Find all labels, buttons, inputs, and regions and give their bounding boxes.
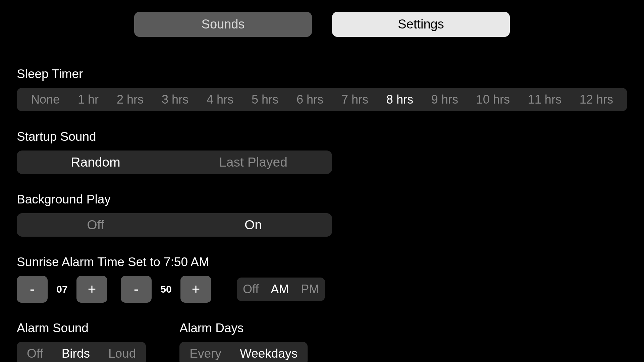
background-play-option[interactable]: On — [174, 213, 332, 237]
alarm-days-option[interactable]: Weekdays — [240, 347, 298, 361]
minute-stepper: - 50 + — [121, 276, 211, 303]
alarm-days-label: Alarm Days — [179, 321, 308, 335]
background-play-option[interactable]: Off — [17, 213, 174, 237]
minute-plus-button[interactable]: + — [180, 276, 211, 303]
alarm-sound-option[interactable]: Loud — [108, 347, 136, 361]
sleep-timer-option[interactable]: 6 hrs — [293, 93, 327, 107]
alarm-sound-option[interactable]: Off — [27, 347, 43, 361]
minute-minus-button[interactable]: - — [121, 276, 152, 303]
top-tabs: Sounds Settings — [17, 12, 627, 37]
tab-sounds[interactable]: Sounds — [134, 12, 312, 37]
sleep-timer-option[interactable]: 9 hrs — [428, 93, 462, 107]
period-option[interactable]: Off — [243, 282, 259, 296]
alarm-days-segment: EveryWeekdays — [179, 342, 308, 362]
sleep-timer-segment: None1 hr2 hrs3 hrs4 hrs5 hrs6 hrs7 hrs8 … — [17, 88, 627, 111]
period-segment: OffAMPM — [237, 278, 325, 301]
sleep-timer-option[interactable]: 10 hrs — [473, 93, 513, 107]
alarm-days-option[interactable]: Every — [190, 347, 221, 361]
period-option[interactable]: PM — [301, 282, 319, 296]
sleep-timer-option[interactable]: 7 hrs — [338, 93, 372, 107]
tab-settings[interactable]: Settings — [332, 12, 510, 37]
startup-sound-segment: RandomLast Played — [17, 150, 332, 174]
hour-value: 07 — [56, 284, 68, 295]
minute-value: 50 — [160, 284, 172, 295]
background-play-segment: OffOn — [17, 213, 332, 237]
sleep-timer-option[interactable]: 5 hrs — [248, 93, 282, 107]
sleep-timer-option[interactable]: None — [28, 93, 63, 107]
hour-minus-button[interactable]: - — [17, 276, 48, 303]
alarm-sound-segment: OffBirdsLoud — [17, 342, 146, 362]
hour-plus-button[interactable]: + — [76, 276, 107, 303]
sleep-timer-option[interactable]: 12 hrs — [576, 93, 616, 107]
sleep-timer-option[interactable]: 2 hrs — [113, 93, 147, 107]
sunrise-alarm-label: Sunrise Alarm Time Set to 7:50 AM — [17, 255, 627, 269]
sleep-timer-option[interactable]: 4 hrs — [203, 93, 237, 107]
background-play-label: Background Play — [17, 192, 627, 206]
sleep-timer-label: Sleep Timer — [17, 67, 627, 81]
sleep-timer-option[interactable]: 3 hrs — [158, 93, 192, 107]
alarm-sound-label: Alarm Sound — [17, 321, 146, 335]
sleep-timer-option[interactable]: 1 hr — [74, 93, 102, 107]
startup-sound-option[interactable]: Last Played — [174, 150, 332, 174]
startup-sound-option[interactable]: Random — [17, 150, 174, 174]
sleep-timer-option[interactable]: 8 hrs — [383, 93, 417, 107]
alarm-sound-option[interactable]: Birds — [62, 347, 90, 361]
sleep-timer-option[interactable]: 11 hrs — [525, 93, 565, 107]
startup-sound-label: Startup Sound — [17, 130, 627, 144]
hour-stepper: - 07 + — [17, 276, 107, 303]
period-option[interactable]: AM — [271, 282, 289, 296]
